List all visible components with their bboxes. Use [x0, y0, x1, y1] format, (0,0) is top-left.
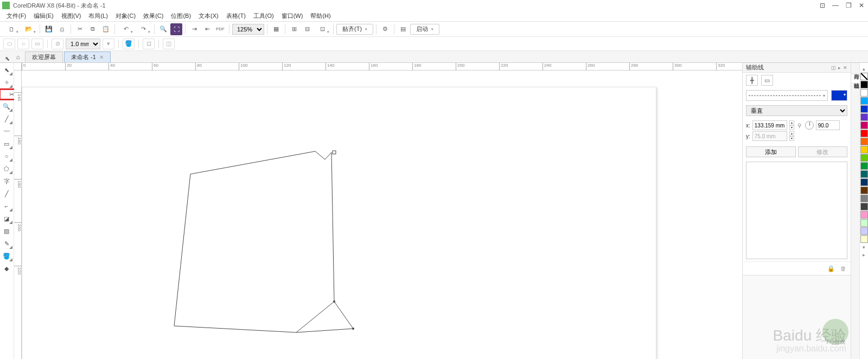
add-guide-icon[interactable]: ╋ [746, 75, 758, 86]
delete-guide-icon[interactable]: 🗑 [839, 264, 847, 273]
maximize-button[interactable]: ❐ [844, 2, 853, 9]
color-swatch[interactable] [860, 113, 868, 121]
pick-tab-icon[interactable]: ⬉ [2, 55, 12, 62]
spin-up-icon[interactable]: ▴ [789, 120, 794, 125]
ellipse-tool[interactable]: ○ [0, 150, 13, 162]
eyedropper-tool[interactable]: ✎ [0, 238, 13, 249]
polygon-tool[interactable]: ⬠ [0, 163, 13, 175]
connector-tool[interactable]: ⌐ [0, 200, 13, 212]
new-button[interactable]: 🗋 [3, 23, 20, 35]
undo-button[interactable]: ↶ [118, 23, 134, 35]
launch-dropdown[interactable]: 启动 [410, 24, 439, 35]
x-input[interactable] [752, 120, 787, 130]
drawing-canvas[interactable] [22, 70, 742, 359]
bounding-icon[interactable]: ◫ [163, 39, 175, 49]
menu-table[interactable]: 表格(T) [223, 11, 249, 21]
pin-button[interactable]: ⊡ [818, 2, 827, 9]
menu-object[interactable]: 对象(C) [112, 11, 139, 21]
ruler-origin[interactable] [14, 63, 22, 70]
color-swatch[interactable] [860, 81, 868, 88]
menu-text[interactable]: 文本(X) [195, 11, 222, 21]
drawn-shape[interactable] [22, 87, 657, 359]
y-input[interactable] [752, 131, 787, 141]
color-swatch[interactable] [860, 178, 868, 186]
node-handle[interactable] [333, 151, 336, 154]
color-swatch[interactable] [860, 154, 868, 162]
close-button[interactable]: ✕ [857, 2, 866, 9]
interactive-fill-tool[interactable]: 🪣 [0, 250, 13, 262]
options-button[interactable]: ⚙ [379, 23, 391, 35]
color-swatch[interactable] [860, 130, 868, 137]
import-button[interactable]: ⇥ [188, 23, 200, 35]
tab-document[interactable]: 未命名 -1✕ [64, 52, 111, 62]
fullscreen-button[interactable]: ⛶ [170, 23, 182, 35]
menu-bitmaps[interactable]: 位图(B) [168, 11, 194, 21]
lock-guide-icon[interactable]: 🔒 [827, 264, 835, 273]
text-tool[interactable]: 字 [0, 175, 13, 187]
smart-fill-tool[interactable]: ◆ [0, 262, 13, 274]
print-button[interactable]: ⎙ [56, 23, 68, 35]
spin-down-icon[interactable]: ▾ [789, 125, 794, 130]
rectangle-tool[interactable]: ▭ [0, 138, 13, 150]
color-swatch[interactable] [860, 170, 868, 178]
pick-tool[interactable]: ⬉ [0, 64, 13, 76]
menu-file[interactable]: 文件(F) [3, 11, 29, 21]
spin-down-icon[interactable]: ▾ [789, 136, 794, 141]
palette-down-icon[interactable]: ▾ [860, 243, 868, 251]
app-launcher-icon[interactable]: ▤ [397, 23, 409, 35]
no-color-swatch[interactable] [860, 73, 868, 80]
preset-guide-icon[interactable]: ▭ [761, 75, 773, 86]
guide-style-dropdown[interactable] [746, 90, 828, 101]
guides-button[interactable]: ⊟ [301, 23, 313, 35]
color-swatch[interactable] [860, 89, 868, 97]
menu-effects[interactable]: 效果(C) [140, 11, 167, 21]
guides-list[interactable] [746, 162, 847, 259]
pdf-button[interactable]: PDF [214, 23, 226, 35]
color-swatch[interactable] [860, 211, 868, 219]
docker-close-icon[interactable]: ✕ [843, 65, 847, 70]
angle-dial-icon[interactable] [805, 121, 814, 130]
docker-menu-icon[interactable]: ▸ [838, 65, 841, 70]
color-swatch[interactable] [860, 235, 868, 243]
color-swatch[interactable] [860, 203, 868, 210]
horizontal-ruler[interactable]: 0 20 40 60 80 100 120 140 160 180 200 22… [22, 63, 742, 70]
tab-close-icon[interactable]: ✕ [99, 54, 104, 60]
snap-dropdown[interactable]: 贴齐(T) [336, 24, 373, 35]
node-handle[interactable] [333, 300, 335, 303]
paste-button[interactable]: 📋 [100, 23, 112, 35]
wrap-icon[interactable]: ⊡ [143, 39, 155, 49]
vertical-ruler[interactable]: 140 160 180 200 220 [14, 70, 22, 359]
parallel-dim-tool[interactable]: ╱ [0, 188, 13, 200]
color-swatch[interactable] [860, 162, 868, 170]
spin-up-icon[interactable]: ▴ [789, 131, 794, 136]
zoom-select[interactable]: 125% [232, 24, 264, 35]
snap-toggle-button[interactable]: ⊡ [314, 23, 330, 35]
redo-button[interactable]: ↷ [135, 23, 151, 35]
lock-icon[interactable]: ⚲ [796, 123, 803, 129]
color-swatch[interactable] [860, 219, 868, 227]
freehand-tool[interactable]: ╱ [0, 113, 13, 125]
color-swatch[interactable] [860, 138, 868, 145]
docker-pin-icon[interactable]: ◫ [831, 65, 836, 70]
color-swatch[interactable] [860, 195, 868, 202]
guide-color-dropdown[interactable] [831, 90, 847, 101]
ellipse-icon[interactable]: ○ [17, 39, 29, 49]
zoom-tool[interactable]: 🔍 [0, 100, 13, 112]
shape-tool[interactable]: ✧ [0, 76, 13, 88]
angle-input[interactable] [816, 120, 840, 130]
full-preview-button[interactable]: ▦ [270, 23, 282, 35]
artistic-media-tool[interactable]: 〰 [0, 125, 13, 137]
color-swatch[interactable] [860, 97, 868, 105]
menu-help[interactable]: 帮助(H) [307, 11, 334, 21]
color-swatch[interactable] [860, 146, 868, 153]
menu-window[interactable]: 窗口(W) [278, 11, 307, 21]
menu-layout[interactable]: 布局(L) [85, 11, 111, 21]
palette-up-icon[interactable]: ▴ [860, 65, 868, 73]
menu-edit[interactable]: 编辑(E) [30, 11, 57, 21]
minimize-button[interactable]: — [831, 2, 840, 9]
drop-shadow-tool[interactable]: ◪ [0, 213, 13, 225]
copy-button[interactable]: ⧉ [87, 23, 99, 35]
docker-title-bar[interactable]: 辅助线 ◫ ▸ ✕ [743, 63, 851, 73]
color-swatch[interactable] [860, 227, 868, 235]
fill-icon[interactable]: 🪣 [123, 39, 135, 49]
